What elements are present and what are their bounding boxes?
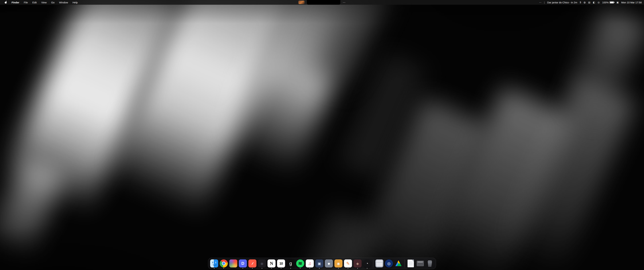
- dock-item-document[interactable]: [406, 259, 415, 267]
- running-indicator: [271, 268, 272, 269]
- dock-item-finder[interactable]: [210, 259, 218, 267]
- timer-app-icon: ◔: [363, 259, 371, 267]
- dock-icon-glyph: ∕∕: [252, 262, 253, 265]
- desktop: Finder File Edit View Go Window Help ⋯ ⋯…: [0, 0, 644, 270]
- dock-item-timer-app[interactable]: ◔: [363, 259, 371, 267]
- dock-item-amber-app[interactable]: ◉: [334, 259, 343, 267]
- dock-icon-glyph: ◎: [387, 261, 390, 265]
- dock-item-1password[interactable]: ◎: [385, 259, 393, 267]
- menu-item-file[interactable]: File: [24, 1, 28, 4]
- camera-notch: [307, 0, 340, 5]
- dock-icon-glyph: g: [289, 261, 292, 266]
- dock-item-navy-app[interactable]: ▣: [315, 259, 324, 267]
- dock-item-maroon-app[interactable]: ◈: [353, 259, 362, 267]
- battery-status[interactable]: 100%: [602, 1, 614, 4]
- running-indicator: [290, 268, 291, 269]
- control-center-icon[interactable]: ◧: [593, 1, 595, 4]
- running-indicator: [262, 268, 262, 269]
- menu-item-view[interactable]: View: [41, 1, 46, 4]
- google-drive-icon: [394, 259, 402, 267]
- dock-icon-glyph: 10: [280, 262, 283, 265]
- dock-item-minimized-window[interactable]: [416, 259, 424, 267]
- dock-icon-glyph: ♫: [308, 261, 312, 266]
- running-indicator: [300, 268, 300, 269]
- running-indicator: [281, 268, 282, 269]
- dock-item-notion-calendar[interactable]: 10: [277, 259, 285, 267]
- dock-item-notion[interactable]: N: [267, 259, 276, 267]
- dock-item-recent-app[interactable]: [375, 259, 384, 267]
- dock-icon-glyph: ✎: [346, 261, 350, 266]
- dock-item-gray-app[interactable]: ◆: [325, 259, 333, 267]
- dock-icon-glyph: D: [241, 261, 244, 265]
- running-indicator: [214, 268, 214, 269]
- raycast-icon: ∕∕: [248, 259, 256, 267]
- wallpaper: [0, 0, 644, 270]
- display-icon[interactable]: ▤: [588, 1, 590, 4]
- dock-item-g-app[interactable]: g: [286, 259, 295, 267]
- notion-calendar-icon: 10: [277, 259, 285, 267]
- menubar-separator: |: [544, 1, 545, 4]
- g-app-icon: g: [286, 259, 295, 267]
- dock-icon-glyph: ▣: [318, 262, 321, 265]
- music-icon: ♫: [306, 259, 314, 267]
- dock-item-google-drive[interactable]: [394, 259, 403, 267]
- menu-item-edit[interactable]: Edit: [32, 1, 37, 4]
- 1password-icon: ◎: [385, 259, 393, 267]
- menu-item-go[interactable]: Go: [51, 1, 54, 4]
- trash-icon: [426, 259, 434, 267]
- menu-bar-center: ⋯: [298, 0, 346, 5]
- dock-item-freeform[interactable]: ✎: [344, 259, 352, 267]
- menu-bar-clock[interactable]: Mon 10 Mar 17:58: [621, 1, 642, 4]
- menu-item-help[interactable]: Help: [72, 1, 78, 4]
- battery-percent: 100%: [602, 1, 608, 4]
- recent-app-window-icon: [375, 259, 384, 267]
- menu-item-window[interactable]: Window: [59, 1, 68, 4]
- dock-item-discord[interactable]: D: [239, 259, 247, 267]
- dock-item-dark-orb-app[interactable]: ●: [258, 259, 266, 267]
- wallpaper-vignette: [0, 0, 644, 270]
- spotify-icon: ≋: [296, 259, 304, 267]
- dock-icon-glyph: ◔: [366, 261, 368, 265]
- dock-item-music[interactable]: ♫: [306, 259, 314, 267]
- dock-item-raycast[interactable]: ∕∕: [248, 259, 256, 267]
- running-indicator: [338, 268, 339, 269]
- dock-icon-glyph: N: [270, 261, 273, 266]
- menu-bar: Finder File Edit View Go Window Help ⋯ ⋯…: [0, 0, 644, 5]
- menubar-overflow-icon[interactable]: ⋯: [539, 1, 542, 4]
- menu-bar-left: Finder File Edit View Go Window Help: [0, 1, 78, 4]
- dock-icon-glyph: ●: [260, 260, 264, 266]
- running-indicator: [252, 268, 253, 269]
- freeform-icon: ✎: [344, 259, 352, 267]
- running-indicator: [242, 268, 243, 269]
- now-playing-widget[interactable]: [298, 1, 304, 4]
- minimized-window-thumbnail: [417, 261, 424, 266]
- launchpad-icon: [229, 259, 237, 267]
- running-indicator: [319, 268, 320, 269]
- screen-mirroring-icon[interactable]: ▣: [616, 1, 619, 4]
- dock-icon-glyph: ≋: [298, 261, 302, 266]
- reminder-widget[interactable]: Dar jantar do Chico - in 2m: [547, 1, 577, 4]
- amber-app-icon: ◉: [334, 259, 342, 267]
- dock-item-launchpad[interactable]: [229, 259, 238, 267]
- dock-icon-glyph: ◉: [337, 262, 340, 265]
- overflow-menu-icon[interactable]: ⋯: [343, 1, 346, 4]
- dock-item-spotify[interactable]: ≋: [296, 259, 304, 267]
- dock-item-chrome[interactable]: [220, 259, 228, 267]
- dock-icon-glyph: ◈: [356, 262, 359, 265]
- maroon-app-icon: ◈: [354, 259, 362, 267]
- currency-icon[interactable]: $: [580, 1, 581, 4]
- apple-menu-icon[interactable]: [4, 1, 7, 4]
- chrome-icon: [220, 259, 228, 267]
- running-indicator: [224, 268, 224, 269]
- running-indicator: [348, 268, 348, 269]
- launcher-icon[interactable]: ◎: [598, 1, 600, 4]
- running-indicator: [357, 268, 358, 269]
- gray-app-icon: ◆: [325, 259, 333, 267]
- status-dot-icon[interactable]: ◍: [584, 1, 586, 4]
- menu-app-name[interactable]: Finder: [12, 1, 19, 4]
- dock-item-trash[interactable]: [426, 259, 434, 267]
- dock-divider: [404, 259, 405, 267]
- running-indicator: [310, 268, 310, 269]
- navy-app-icon: ▣: [315, 259, 323, 267]
- dock: D ∕∕ ● N 10 g ≋ ♫: [208, 258, 436, 269]
